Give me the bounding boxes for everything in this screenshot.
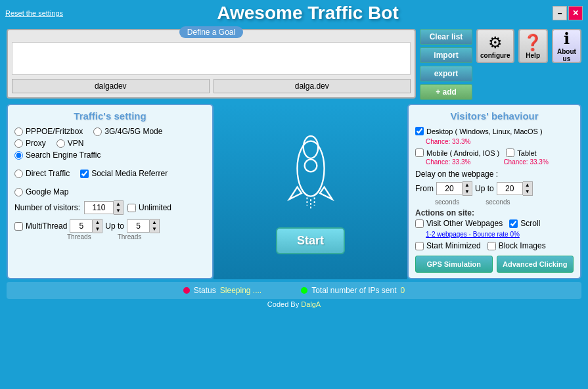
close-button[interactable]: ✕ bbox=[568, 6, 583, 20]
about-label: About us bbox=[556, 48, 577, 62]
visitors-input[interactable] bbox=[84, 201, 114, 214]
thread-input-2[interactable] bbox=[127, 219, 150, 233]
url-input-2[interactable] bbox=[214, 79, 411, 93]
ips-value: 0 bbox=[401, 286, 405, 295]
from-label: From bbox=[415, 184, 434, 193]
gps-simulation-button[interactable]: GPS Simulation bbox=[415, 256, 493, 273]
thread2-down[interactable]: ▼ bbox=[150, 226, 159, 233]
ips-dot bbox=[301, 287, 307, 294]
goal-title: Define a Goal bbox=[179, 26, 243, 38]
visitors-panel-title: Visitors' behaviour bbox=[415, 110, 574, 122]
radio-3g[interactable]: 3G/4G/5G Mode bbox=[93, 127, 162, 136]
checkbox-multithread[interactable]: MultiThread bbox=[14, 221, 67, 231]
checkbox-desktop[interactable]: Desktop ( Windows, Linux, MacOS ) bbox=[415, 127, 543, 135]
traffic-panel-title: Traffic's setting bbox=[14, 110, 206, 122]
desktop-chance: Chance: 33.3% bbox=[426, 138, 470, 145]
checkbox-social-media[interactable]: Social Media Referrer bbox=[80, 169, 168, 178]
rocket-icon bbox=[278, 129, 344, 221]
checkbox-unlimited[interactable]: Unlimited bbox=[127, 203, 171, 212]
advanced-clicking-button[interactable]: Advanced Clicking bbox=[497, 256, 574, 273]
svg-point-1 bbox=[303, 136, 317, 158]
upto-label: Up to bbox=[105, 221, 124, 231]
sleeping-label: Sleeping .... bbox=[220, 286, 261, 295]
seconds-label-2: seconds bbox=[486, 198, 510, 206]
status-bar: Status Sleeping .... Total number of IPs… bbox=[7, 282, 581, 299]
delay-label: Delay on the webpage : bbox=[415, 170, 498, 179]
help-label: Help bbox=[526, 52, 540, 59]
help-button[interactable]: ❓ Help bbox=[518, 29, 548, 63]
status-item: Status Sleeping .... bbox=[183, 286, 261, 295]
total-ips-label: Total number of IPs sent bbox=[311, 286, 396, 295]
app-title: Awesome Traffic Bot bbox=[63, 3, 553, 24]
url-input-1[interactable] bbox=[12, 79, 210, 93]
checkbox-tablet[interactable]: Tablet bbox=[506, 149, 536, 157]
threads-label-2: Threads bbox=[118, 233, 142, 240]
radio-vpn[interactable]: VPN bbox=[57, 139, 84, 148]
checkbox-block-images[interactable]: Block Images bbox=[487, 241, 546, 250]
radio-pppoe[interactable]: PPPOE/Fritzbox bbox=[14, 127, 83, 136]
mobile-chance: Chance: 33.3% bbox=[426, 158, 470, 166]
traffic-panel: Traffic's setting PPPOE/Fritzbox 3G/4G/5… bbox=[7, 104, 214, 279]
rocket-area: Start bbox=[214, 104, 407, 279]
visitors-label: Number of visitors: bbox=[14, 203, 80, 212]
start-button[interactable]: Start bbox=[276, 227, 345, 254]
status-dot bbox=[183, 287, 190, 294]
configure-button[interactable]: ⚙ configure bbox=[476, 29, 514, 63]
delay-to-input[interactable] bbox=[497, 182, 523, 195]
threads-label-1: Threads bbox=[67, 233, 91, 240]
status-label: Status bbox=[194, 286, 216, 295]
checkbox-scroll[interactable]: Scroll bbox=[509, 219, 540, 228]
checkbox-mobile[interactable]: Mobile ( Android, IOS ) bbox=[415, 149, 499, 157]
visitors-panel: Visitors' behaviour Desktop ( Windows, L… bbox=[407, 104, 581, 279]
delay-to-up[interactable]: ▲ bbox=[523, 182, 532, 189]
bounce-link[interactable]: 1-2 webpages - Bounce rate 0% bbox=[426, 231, 520, 238]
reset-settings-link[interactable]: Reset the settings bbox=[5, 9, 63, 17]
gear-icon: ⚙ bbox=[488, 34, 503, 52]
add-button[interactable]: + add bbox=[420, 84, 472, 100]
checkbox-start-minimized[interactable]: Start Minimized bbox=[415, 241, 481, 250]
about-button[interactable]: ℹ About us bbox=[552, 29, 581, 63]
delay-from-up[interactable]: ▲ bbox=[463, 182, 472, 189]
thread1-down[interactable]: ▼ bbox=[93, 226, 102, 233]
import-button[interactable]: import bbox=[420, 47, 472, 63]
visitors-down[interactable]: ▼ bbox=[114, 208, 123, 214]
author-link[interactable]: DalgA bbox=[301, 300, 321, 308]
delay-to-down[interactable]: ▼ bbox=[523, 189, 532, 195]
clear-list-button[interactable]: Clear list bbox=[420, 29, 472, 45]
url-list bbox=[12, 42, 411, 75]
radio-proxy[interactable]: Proxy bbox=[14, 139, 46, 148]
tablet-chance: Chance: 33.3% bbox=[503, 158, 548, 166]
thread-input-1[interactable] bbox=[70, 219, 93, 233]
upto-delay-label: Up to bbox=[475, 184, 494, 193]
help-icon: ❓ bbox=[523, 34, 543, 52]
footer: Coded By DalgA bbox=[0, 299, 588, 309]
delay-from-input[interactable] bbox=[436, 182, 463, 195]
info-icon: ℹ bbox=[564, 30, 570, 48]
radio-search-engine[interactable]: Search Engine Traffic bbox=[14, 150, 206, 160]
minimize-button[interactable]: – bbox=[553, 6, 567, 20]
seconds-label-1: seconds bbox=[435, 198, 459, 206]
ips-item: Total number of IPs sent 0 bbox=[301, 286, 405, 295]
delay-from-down[interactable]: ▼ bbox=[463, 189, 472, 195]
svg-point-2 bbox=[304, 160, 317, 172]
radio-google-map[interactable]: Google Map bbox=[14, 187, 206, 196]
configure-label: configure bbox=[480, 52, 510, 59]
svg-point-0 bbox=[297, 141, 324, 196]
checkbox-visit-pages[interactable]: Visit Other Webpages bbox=[415, 219, 503, 228]
thread2-up[interactable]: ▲ bbox=[150, 219, 159, 226]
coded-by-label: Coded By bbox=[267, 300, 301, 308]
thread1-up[interactable]: ▲ bbox=[93, 219, 102, 226]
visitors-up[interactable]: ▲ bbox=[114, 201, 123, 208]
actions-label: Actions on site: bbox=[415, 208, 574, 217]
radio-direct[interactable]: Direct Traffic bbox=[14, 169, 70, 178]
export-button[interactable]: export bbox=[420, 66, 472, 81]
